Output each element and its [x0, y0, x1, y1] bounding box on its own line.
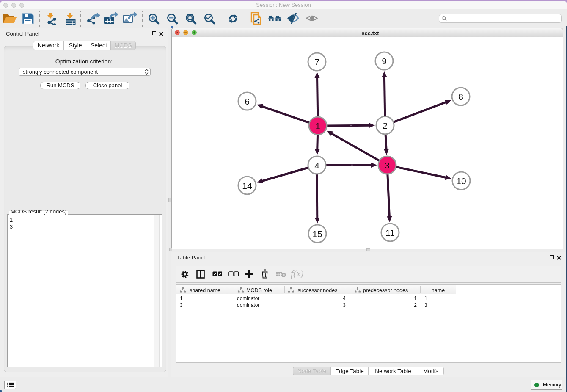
svg-text:14: 14	[242, 181, 252, 190]
svg-text:6: 6	[245, 97, 250, 106]
svg-text:4: 4	[314, 160, 319, 170]
svg-text:2: 2	[383, 121, 388, 130]
svg-text:10: 10	[456, 176, 466, 186]
svg-text:3: 3	[385, 160, 390, 170]
svg-text:7: 7	[314, 57, 319, 67]
svg-text:15: 15	[312, 229, 322, 239]
svg-text:9: 9	[382, 56, 387, 66]
svg-text:1: 1	[315, 121, 320, 131]
svg-text:11: 11	[385, 228, 395, 237]
svg-text:8: 8	[458, 92, 463, 102]
